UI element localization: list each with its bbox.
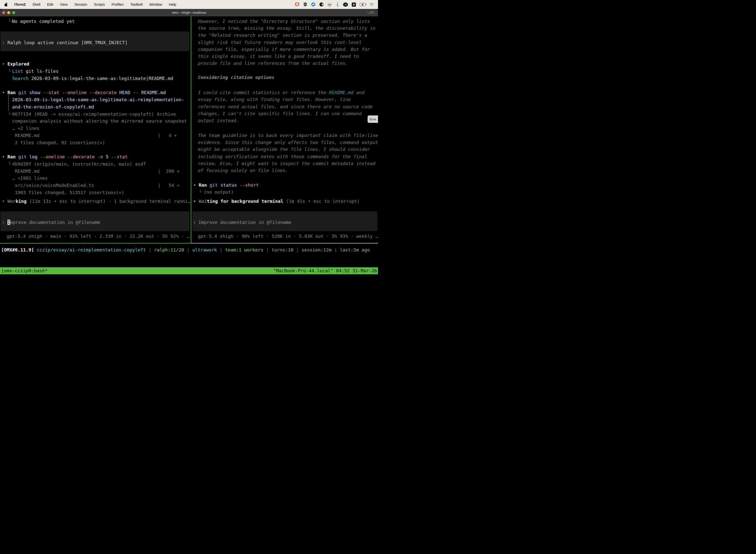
terminal-text-segment: team:1 workers xyxy=(225,247,263,253)
screenshot-icon[interactable] xyxy=(295,2,299,7)
keyboard-input-icon[interactable]: A xyxy=(352,2,356,7)
terminal-text-segment: --oneline --decorate xyxy=(40,154,95,159)
terminal-text-segment: 067f154 (HEAD -> essay/ai-reimplementati… xyxy=(12,111,176,117)
screen-overlay-chip[interactable]: Scre xyxy=(368,115,378,123)
terminal-text-segment xyxy=(138,90,141,95)
terminal-text-segment: (no output) xyxy=(204,189,234,195)
terminal-text-segment: git xyxy=(18,154,26,159)
menu-item-iterm2[interactable]: iTerm2 xyxy=(14,2,25,6)
terminal-text-segment: the "Related research writing" section i… xyxy=(198,33,367,38)
terminal-line: provide file and line references from th… xyxy=(198,60,348,67)
terminal-text-segment: this single essay, it seems like a good … xyxy=(198,54,359,59)
terminal-text-segment xyxy=(117,90,119,95)
terminal-text-segment: --short xyxy=(240,182,259,188)
terminal-line: └ xyxy=(199,188,202,196)
terminal-lines: └No agents completed yet› Ralph loop act… xyxy=(0,16,378,267)
terminal-line: | 280 + xyxy=(158,168,180,175)
terminal-text-segment: | xyxy=(332,247,340,253)
terminal-line: › Ralph loop active continue [OMX_TMUX_I… xyxy=(2,39,127,46)
tmux-session-label: [omx-cczip0:bash* xyxy=(1,267,48,274)
terminal-text-segment: companion file, especially if more comme… xyxy=(198,47,370,52)
terminal-line: [OMX#0.11.9] cczip/essay/ai-reimplementa… xyxy=(1,246,370,254)
terminal-line: • Working (11m 13s • esc to interrupt) ·… xyxy=(2,198,190,205)
terminal-text-segment: | 54 + xyxy=(158,183,180,188)
timer-badge[interactable]: ..61 xyxy=(343,2,348,7)
terminal-text-segment: └ xyxy=(8,111,11,117)
menu-item-scripts[interactable]: Scripts xyxy=(94,2,105,6)
menu-item-profiles[interactable]: Profiles xyxy=(112,2,124,6)
terminal-line: └ xyxy=(8,67,11,75)
terminal-line: └ xyxy=(8,160,11,168)
terminal-line: • Waiting for background terminal (1m 41… xyxy=(193,198,360,205)
terminal-text-segment: | xyxy=(263,247,271,253)
menu-item-session[interactable]: Session xyxy=(74,2,87,6)
terminal-text-segment xyxy=(26,154,29,159)
menu-item-help[interactable]: Help xyxy=(169,2,176,6)
menu-item-shell[interactable]: Shell xyxy=(32,2,40,6)
pac-circle-icon[interactable] xyxy=(319,2,324,7)
squiggle-icon[interactable] xyxy=(335,2,339,7)
terminal-text-segment: and xyxy=(354,90,364,95)
terminal-text-segment: log xyxy=(29,154,38,159)
terminal-line: references need actual files, and since … xyxy=(198,103,373,110)
terminal-line: src/voice/voiceModeEnabled.ts xyxy=(15,182,94,189)
terminal-text-segment: ting for background terminal xyxy=(207,199,283,204)
blue-check-badge-icon[interactable] xyxy=(311,2,315,7)
terminal-line: … +2 lines xyxy=(12,125,40,132)
terminal-line: 2 files changed, 92 insertions(+) xyxy=(15,139,105,146)
terminal-text-segment: output instead. xyxy=(198,118,239,123)
terminal-line: this single essay, it seems like a good … xyxy=(198,53,359,60)
terminal-text-segment: cczip/essay/ai-reimplementation-copyleft xyxy=(37,247,146,253)
terminal-text-segment: README.md xyxy=(329,90,354,95)
terminal-line: 067f154 (HEAD -> essay/ai-reimplementati… xyxy=(12,110,176,118)
terminal-text-segment: | xyxy=(184,247,192,253)
terminal-text-segment: mprove documentation in @filename xyxy=(10,220,100,225)
terminal-text-segment: Wai xyxy=(199,199,207,204)
terminal-text-segment: show xyxy=(29,90,40,95)
terminal-text-segment: … +1901 lines xyxy=(12,175,48,181)
terminal-line: • Explored xyxy=(2,60,29,67)
terminal-line: • Ran git log --oneline --decorate -n 5 … xyxy=(2,153,127,160)
terminal-line: 2026-03-09-is-legal-the-same-as-legitima… xyxy=(12,96,184,103)
battery-charging-icon[interactable] xyxy=(360,3,366,6)
terminal-text-segment xyxy=(40,90,43,95)
terminal-line: › Improve documentation in @filename xyxy=(193,219,291,226)
terminal-line: output instead. xyxy=(198,117,239,124)
terminal-text-segment: README.md xyxy=(15,169,40,174)
shield-grid-icon[interactable] xyxy=(303,2,307,7)
terminal-text-segment: Explored xyxy=(7,61,29,66)
dots-grid-icon[interactable] xyxy=(327,2,332,7)
terminal-line: including verification notes with those … xyxy=(198,153,367,160)
terminal-text-segment: I xyxy=(7,220,10,225)
apple-menu-icon[interactable] xyxy=(4,3,8,6)
terminal-line: └ xyxy=(8,110,11,118)
terminal-text-segment xyxy=(16,90,18,95)
terminal-text-segment: The team guideline is to back every impo… xyxy=(198,133,378,138)
terminal-line: • Ran git status --short xyxy=(193,181,259,189)
terminal-line: 4b9d30f (origin/main, instructkr/main, m… xyxy=(12,160,146,168)
terminal-text-segment: I could cite commit statistics or refere… xyxy=(198,90,329,95)
menu-item-toolbelt[interactable]: Toolbelt xyxy=(130,2,143,6)
terminal-text-segment xyxy=(237,182,240,188)
wifi-icon[interactable] xyxy=(369,2,374,6)
terminal-text-segment xyxy=(207,182,209,188)
terminal-text-segment: (1m 41s • esc to interrupt) xyxy=(283,199,360,204)
terminal-text-segment: ralph:11/20 xyxy=(154,247,184,253)
terminal-text-segment: (11m 13s • esc to interrupt) · 1 backgro… xyxy=(26,199,190,204)
terminal-text-segment xyxy=(130,90,133,95)
menu-item-edit[interactable]: Edit xyxy=(47,2,53,6)
menu-item-window[interactable]: Window xyxy=(149,2,162,6)
terminal-text-segment: 2 files changed, 92 insertions(+) xyxy=(15,140,105,145)
terminal-line: essay file, along with finding root file… xyxy=(198,96,351,103)
terminal-text-segment: changes, I can't cite specific file line… xyxy=(198,111,362,116)
terminal-text-segment: | xyxy=(294,247,302,253)
terminal-text-segment: └ xyxy=(8,19,11,24)
terminal-text-segment: └ xyxy=(199,189,202,195)
terminal-line: companion file, especially if more comme… xyxy=(198,46,370,53)
terminal-window: └No agents completed yet› Ralph loop act… xyxy=(0,16,378,267)
terminal-text-segment: 4b9d30f (origin/main, instructkr/main, m… xyxy=(12,161,146,167)
menu-item-view[interactable]: View xyxy=(60,2,68,6)
terminal-line: Search 2026-03-09-is-legal-the-same-as-l… xyxy=(12,75,173,82)
terminal-text-segment: | 280 + xyxy=(158,169,180,174)
terminal-line: | 4 + xyxy=(158,132,177,139)
